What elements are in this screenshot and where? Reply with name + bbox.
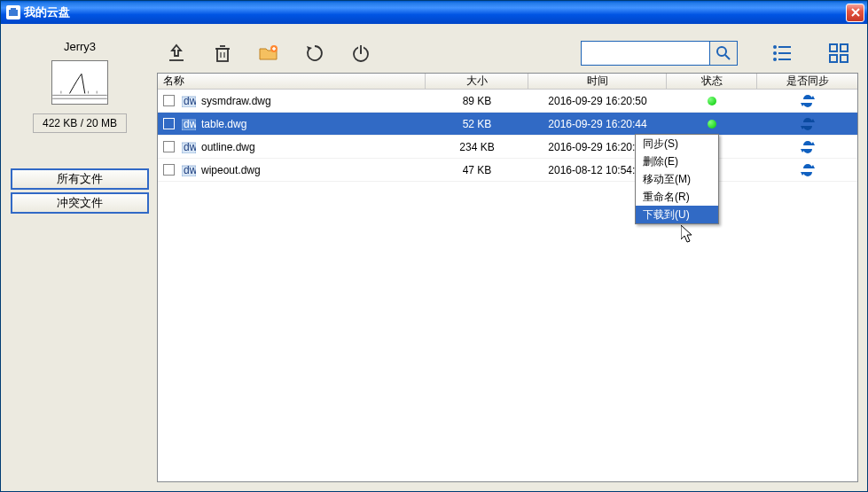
list-view-icon[interactable]: [770, 41, 794, 66]
sync-cell[interactable]: [757, 116, 857, 132]
sync-cell[interactable]: [757, 139, 857, 155]
menu-item[interactable]: 删除(E): [636, 152, 718, 170]
svg-rect-27: [778, 59, 791, 60]
table-row[interactable]: dwgoutline.dwg234 KB2016-09-29 16:20:38: [158, 136, 857, 159]
svg-rect-31: [841, 55, 848, 62]
col-sync[interactable]: 是否同步: [757, 74, 857, 89]
close-button[interactable]: [846, 4, 864, 22]
svg-rect-25: [778, 52, 791, 54]
context-menu: 同步(S)删除(E)移动至(M)重命名(R)下载到(U): [635, 134, 719, 224]
new-folder-icon[interactable]: [256, 41, 281, 66]
svg-point-22: [773, 45, 777, 49]
row-checkbox[interactable]: [163, 118, 175, 129]
file-size: 89 KB: [426, 95, 528, 107]
power-icon[interactable]: [348, 41, 373, 66]
file-icon: dwg: [182, 118, 196, 130]
app-window: 我的云盘 Jerry3 422 KB / 20 MB 所有文件 冲突文件: [0, 0, 868, 492]
search-box: [581, 41, 738, 66]
svg-rect-30: [830, 55, 837, 62]
nav-conflict-files[interactable]: 冲突文件: [11, 192, 149, 214]
file-preview: [51, 60, 108, 105]
table-row[interactable]: dwgtable.dwg52 KB2016-09-29 16:20:44: [158, 113, 857, 136]
menu-item[interactable]: 重命名(R): [636, 188, 718, 206]
file-size: 47 KB: [426, 164, 528, 176]
delete-icon[interactable]: [210, 41, 235, 66]
refresh-icon[interactable]: [302, 41, 327, 66]
table-body: dwgsysmdraw.dwg89 KB2016-09-29 16:20:50d…: [158, 90, 857, 481]
menu-item[interactable]: 同步(S): [636, 135, 718, 152]
svg-rect-23: [778, 46, 791, 48]
svg-text:dwg: dwg: [184, 95, 196, 107]
sync-cell[interactable]: [757, 162, 857, 178]
file-time: 2016-09-29 16:20:44: [528, 118, 667, 130]
main-panel: 名称 大小 时间 状态 是否同步 dwgsysmdraw.dwg89 KB201…: [157, 33, 858, 482]
svg-text:dwg: dwg: [184, 141, 196, 153]
nav-all-files[interactable]: 所有文件: [11, 168, 149, 190]
upload-icon[interactable]: [164, 41, 189, 66]
content-area: Jerry3 422 KB / 20 MB 所有文件 冲突文件: [1, 24, 867, 491]
file-status: [667, 120, 757, 129]
file-name: outline.dwg: [201, 141, 255, 153]
search-button[interactable]: [709, 41, 738, 66]
svg-rect-0: [9, 10, 18, 16]
col-status[interactable]: 状态: [667, 74, 757, 89]
file-list: 名称 大小 时间 状态 是否同步 dwgsysmdraw.dwg89 KB201…: [157, 73, 858, 482]
sidebar: Jerry3 422 KB / 20 MB 所有文件 冲突文件: [10, 33, 150, 482]
svg-text:dwg: dwg: [184, 118, 196, 130]
svg-point-20: [717, 47, 726, 56]
svg-text:dwg: dwg: [184, 164, 196, 176]
file-icon: dwg: [182, 95, 196, 107]
row-checkbox[interactable]: [163, 95, 175, 106]
grid-view-icon[interactable]: [826, 41, 851, 66]
table-header: 名称 大小 时间 状态 是否同步: [158, 74, 857, 90]
svg-rect-28: [830, 44, 837, 51]
status-dot-icon: [708, 120, 716, 129]
svg-point-26: [773, 58, 777, 61]
svg-rect-8: [217, 49, 228, 61]
search-input[interactable]: [581, 41, 709, 66]
titlebar: 我的云盘: [1, 1, 867, 24]
file-size: 52 KB: [426, 118, 528, 130]
cursor-icon: [681, 225, 697, 247]
row-checkbox[interactable]: [163, 164, 175, 176]
storage-info: 422 KB / 20 MB: [33, 113, 127, 133]
col-size[interactable]: 大小: [426, 74, 528, 89]
col-name[interactable]: 名称: [158, 74, 426, 89]
svg-rect-29: [841, 44, 848, 51]
file-time: 2016-09-29 16:20:50: [528, 95, 667, 107]
file-name: wipeout.dwg: [201, 164, 261, 176]
col-time[interactable]: 时间: [528, 74, 667, 89]
app-icon: [6, 5, 20, 20]
svg-rect-1: [11, 8, 16, 11]
table-row[interactable]: dwgwipeout.dwg47 KB2016-08-12 10:54:09: [158, 159, 857, 182]
sync-cell[interactable]: [757, 93, 857, 109]
toolbar: [157, 33, 858, 73]
svg-line-21: [725, 55, 730, 59]
menu-item[interactable]: 下载到(U): [636, 206, 718, 223]
file-icon: dwg: [182, 164, 196, 176]
username-label: Jerry3: [64, 40, 96, 53]
svg-point-24: [773, 51, 777, 55]
window-title: 我的云盘: [24, 4, 846, 20]
file-icon: dwg: [182, 141, 196, 153]
file-status: [667, 97, 757, 105]
status-dot-icon: [708, 97, 716, 105]
file-size: 234 KB: [426, 141, 528, 153]
menu-item[interactable]: 移动至(M): [636, 170, 718, 188]
file-name: table.dwg: [201, 118, 246, 130]
row-checkbox[interactable]: [163, 141, 175, 152]
table-row[interactable]: dwgsysmdraw.dwg89 KB2016-09-29 16:20:50: [158, 90, 857, 113]
file-name: sysmdraw.dwg: [201, 95, 271, 107]
